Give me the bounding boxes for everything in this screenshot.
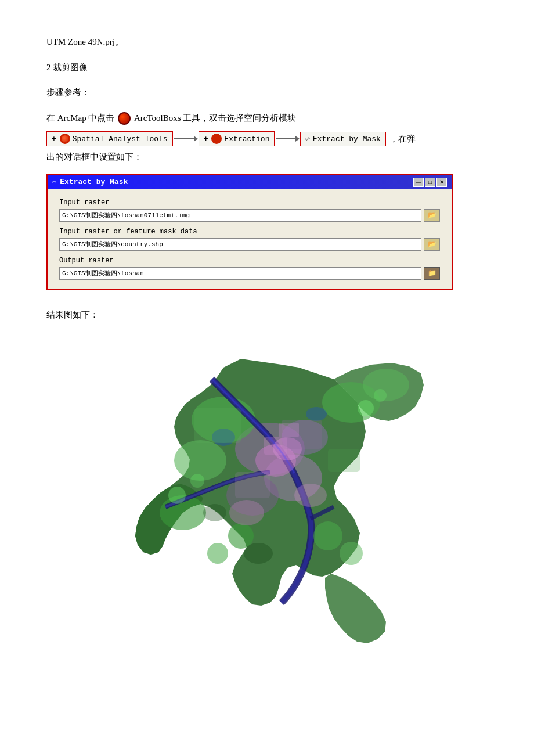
output-raster-browse-btn[interactable]: 📁	[424, 267, 440, 280]
extraction-label: Extraction	[224, 135, 269, 143]
svg-point-33	[203, 504, 226, 521]
arrow-2	[276, 138, 299, 139]
folder-open-icon: 📂	[428, 211, 436, 219]
svg-point-23	[294, 484, 327, 507]
dialog-title-icon: ✂	[52, 178, 56, 186]
folder-open-icon-2: 📂	[428, 240, 436, 249]
output-raster-field[interactable]	[59, 267, 421, 280]
svg-point-30	[358, 400, 374, 416]
spatial-analyst-tools-box: + Spatial Analyst Tools	[46, 131, 173, 146]
dialog-controls[interactable]: — □ ✕	[413, 178, 447, 187]
svg-point-21	[306, 407, 327, 421]
dialog-instruction: 出的对话框中设置如下：	[46, 150, 488, 165]
trailing-text: ，在弹	[389, 134, 416, 145]
scissors-icon: ✂	[304, 134, 313, 145]
spatial-analyst-label: Spatial Analyst Tools	[73, 135, 168, 143]
output-raster-row: 📁	[59, 267, 440, 280]
plus-icon-1: +	[52, 135, 56, 143]
svg-rect-27	[328, 449, 360, 472]
result-section: 结果图如下：	[46, 308, 488, 670]
input-raster-row: 📂	[59, 209, 440, 222]
dialog-body: Input raster 📂 Input raster or feature m…	[48, 189, 452, 289]
input-mask-label: Input raster or feature mask data	[59, 228, 440, 236]
output-raster-label: Output raster	[59, 257, 440, 265]
dialog-title: ✂ Extract by Mask	[52, 178, 128, 186]
utm-zone-text: UTM Zone 49N.prj。	[46, 35, 488, 50]
dialog-titlebar: ✂ Extract by Mask — □ ✕	[48, 175, 452, 189]
svg-point-16	[313, 521, 342, 550]
result-label: 结果图如下：	[46, 308, 488, 323]
plus-icon-2: +	[204, 135, 208, 143]
foshan-satellite-map	[107, 333, 427, 669]
input-raster-browse-btn[interactable]: 📂	[424, 209, 440, 222]
map-image-container	[46, 333, 488, 669]
extraction-icon	[211, 134, 222, 144]
svg-rect-24	[194, 408, 241, 443]
folder-save-icon: 📁	[428, 269, 436, 278]
instruction-line: 在 ArcMap 中点击 ArcToolBoxs 工具，双击选择空间分析模块	[46, 111, 488, 126]
close-button[interactable]: ✕	[436, 178, 447, 187]
input-mask-browse-btn[interactable]: 📂	[424, 238, 440, 251]
input-raster-field[interactable]	[59, 209, 421, 222]
svg-rect-35	[279, 423, 299, 437]
minimize-button[interactable]: —	[413, 178, 424, 187]
input-mask-field[interactable]	[59, 238, 421, 251]
input-mask-row: 📂	[59, 238, 440, 251]
extraction-box: + Extraction	[199, 131, 275, 146]
svg-rect-26	[235, 472, 270, 498]
svg-point-22	[229, 500, 264, 525]
restore-button[interactable]: □	[425, 178, 435, 187]
svg-point-29	[190, 474, 204, 488]
extract-by-mask-label: Extract by Mask	[313, 135, 381, 143]
arrow-1	[174, 138, 197, 139]
svg-point-17	[340, 542, 363, 565]
section-heading: 2 裁剪图像	[46, 60, 488, 75]
spatial-analyst-icon	[60, 134, 70, 144]
svg-point-32	[244, 543, 273, 564]
extract-by-mask-dialog: ✂ Extract by Mask — □ ✕ Input raster 📂 I…	[46, 174, 453, 290]
steps-label: 步骤参考：	[46, 85, 488, 100]
arcmap-icon	[118, 112, 131, 125]
svg-point-28	[168, 487, 186, 504]
extract-by-mask-box: ✂ Extract by Mask	[300, 132, 385, 146]
input-raster-label: Input raster	[59, 199, 440, 207]
svg-point-31	[374, 389, 387, 402]
svg-point-19	[207, 543, 228, 564]
